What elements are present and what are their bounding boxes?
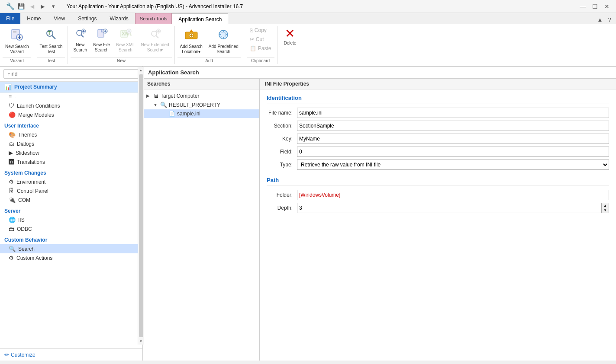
new-search-button[interactable]: NewSearch (71, 26, 90, 54)
add-predefined-search-button[interactable]: Add PredefinedSearch (206, 26, 241, 56)
depth-decrement-button[interactable]: ▼ (602, 208, 609, 213)
ribbon-collapse-button[interactable]: ▲ (595, 15, 605, 24)
section-input[interactable] (297, 121, 609, 131)
delete-group-label (280, 62, 300, 64)
paste-button[interactable]: 📋 Paste (247, 44, 274, 53)
copy-button[interactable]: ⎘ Copy (247, 26, 274, 35)
type-select[interactable]: Retrieve the raw value from INI file Sea… (297, 160, 609, 170)
type-row: Type: Retrieve the raw value from INI fi… (267, 160, 609, 170)
sidebar-item-odbc[interactable]: 🗃 ODBC (0, 224, 142, 233)
path-section-title: Path (267, 177, 609, 185)
searches-tree: ▶ 🖥 Target Computer ▼ 🔍 RESULT_PROPERTY … (143, 89, 259, 361)
title-bar-left: 🔧 💾 ◀ ▶ ▾ Your Application - Your Applic… (3, 2, 243, 11)
sidebar-item-merge-modules[interactable]: 🔴 Merge Modules (0, 110, 142, 119)
computer-icon: 🖥 (153, 93, 159, 99)
new-extended-search-button[interactable]: ... New ExtendedSearch▾ (139, 26, 172, 54)
key-input[interactable] (297, 134, 609, 144)
tab-home[interactable]: Home (20, 13, 47, 24)
tree-item-target-computer[interactable]: ▶ 🖥 Target Computer (143, 91, 259, 100)
sidebar-item-project-summary[interactable]: 📊 Project Summary (0, 82, 142, 93)
sidebar-item-environment[interactable]: ⚙ Environment (0, 177, 142, 186)
sidebar-item-translations[interactable]: 🅰 Translations (0, 157, 142, 166)
scroll-up-button[interactable]: ▲ (138, 67, 144, 73)
sidebar-scrollbar: ▲ ▼ (138, 67, 144, 345)
tab-wizards[interactable]: Wizards (103, 13, 135, 24)
depth-row: Depth: ▲ ▼ (267, 203, 609, 213)
file-name-input[interactable] (297, 108, 609, 118)
tree-item-result-property[interactable]: ▼ 🔍 RESULT_PROPERTY (143, 100, 259, 109)
sidebar-item-custom-actions[interactable]: ⚙ Custom Actions (0, 253, 142, 262)
add-search-location-button[interactable]: Add SearchLocation▾ (177, 26, 205, 56)
tree-label-result: RESULT_PROPERTY (169, 102, 220, 108)
sidebar-item-misc1[interactable]: ≡ · (0, 93, 142, 101)
customize-label: Customize (11, 352, 35, 358)
section-custom-behavior: Custom Behavior (0, 233, 142, 244)
misc1-label: · (14, 94, 16, 100)
ribbon-group-add: Add SearchLocation▾ Add Predefined (175, 26, 244, 64)
iis-label: IIS (18, 217, 25, 223)
sidebar-search-input[interactable] (3, 69, 139, 79)
close-button[interactable]: ✕ (601, 2, 613, 11)
field-input[interactable] (297, 147, 609, 157)
custom-actions-icon: ⚙ (9, 255, 14, 261)
ribbon-group-new: NewSearch New FileSearch (68, 26, 174, 64)
new-file-search-button[interactable]: New FileSearch (90, 26, 113, 54)
sidebar-item-iis[interactable]: 🌐 IIS (0, 215, 142, 224)
tab-view[interactable]: View (47, 13, 71, 24)
scroll-down-button[interactable]: ▼ (138, 338, 144, 345)
sidebar-item-com[interactable]: 🔌 COM (0, 195, 142, 204)
ribbon: File Home View Settings Wizards Search T… (0, 13, 616, 67)
searches-panel: Searches ▶ 🖥 Target Computer ▼ 🔍 RESULT_… (143, 79, 260, 361)
add-group-label: Add (177, 57, 241, 64)
tab-file[interactable]: File (0, 13, 20, 24)
new-search-icon (74, 28, 86, 42)
new-group-label: New (71, 57, 171, 64)
ribbon-tabs: File Home View Settings Wizards Search T… (0, 13, 616, 24)
sidebar-item-slideshow[interactable]: ▶ Slideshow (0, 148, 142, 157)
depth-input[interactable] (297, 203, 601, 213)
maximize-button[interactable]: ☐ (589, 2, 600, 11)
environment-icon: ⚙ (9, 179, 14, 185)
sidebar-item-control-panel[interactable]: 🗄 Control Panel (0, 186, 142, 195)
copy-label: Copy (255, 27, 267, 33)
iis-icon: 🌐 (9, 217, 16, 223)
tree-item-sample-ini[interactable]: 📄 sample.ini (143, 109, 259, 118)
new-search-wizard-label: New SearchWizard (5, 44, 29, 54)
project-summary-icon: 📊 (4, 83, 12, 90)
wizard-buttons: New SearchWizard (3, 26, 31, 56)
delete-button[interactable]: ✕ Delete (280, 26, 300, 47)
new-search-wizard-button[interactable]: New SearchWizard (3, 26, 31, 56)
tab-search-tools[interactable]: Search Tools (135, 13, 172, 24)
sidebar-item-dialogs[interactable]: 🗂 Dialogs (0, 139, 142, 148)
tree-label-target: Target Computer (161, 93, 199, 99)
file-name-label: File name: (267, 110, 297, 116)
sidebar-item-search[interactable]: 🔍 Search (0, 244, 142, 253)
svg-line-24 (156, 35, 158, 38)
tab-application-search[interactable]: Application Search (172, 13, 228, 25)
depth-increment-button[interactable]: ▲ (602, 203, 609, 208)
tab-settings[interactable]: Settings (71, 13, 103, 24)
new-xml-search-button[interactable]: XML New XMLSearch (113, 26, 137, 54)
content-header: Application Search (143, 67, 616, 79)
folder-input[interactable] (297, 190, 609, 200)
result-property-icon: 🔍 (160, 102, 167, 108)
wizard-group-label: Wizard (3, 57, 31, 64)
nav-back-button[interactable]: ◀ (28, 2, 36, 11)
customize-bar[interactable]: ✏ Customize (0, 348, 142, 361)
ribbon-help-button[interactable]: ? (605, 15, 614, 24)
qat-dropdown-button[interactable]: ▾ (48, 2, 58, 11)
qat-save-button[interactable]: 💾 (16, 2, 26, 11)
test-search-button[interactable]: T Test SearchTest (37, 26, 65, 56)
slideshow-label: Slideshow (16, 150, 39, 156)
odbc-icon: 🗃 (9, 226, 14, 232)
cut-button[interactable]: ✂ Cut (247, 35, 274, 44)
sidebar-scroll: 📊 Project Summary ≡ · 🛡 Launch Condition… (0, 82, 142, 348)
sidebar-item-themes[interactable]: 🎨 Themes (0, 130, 142, 139)
sidebar: 📊 Project Summary ≡ · 🛡 Launch Condition… (0, 67, 143, 361)
depth-spinbox-buttons: ▲ ▼ (601, 203, 609, 213)
type-label: Type: (267, 162, 297, 168)
svg-line-7 (52, 35, 55, 39)
sidebar-item-launch-conditions[interactable]: 🛡 Launch Conditions (0, 101, 142, 110)
minimize-button[interactable]: — (577, 2, 588, 11)
nav-forward-button[interactable]: ▶ (38, 2, 47, 11)
